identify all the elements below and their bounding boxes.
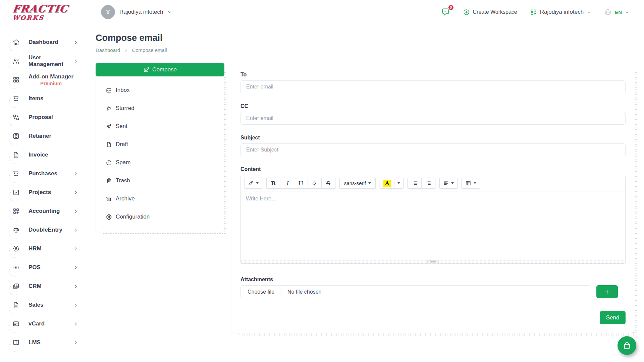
chevron-down-icon <box>587 10 591 14</box>
language-code: EN <box>615 9 622 15</box>
hrm-icon <box>12 245 20 252</box>
workspace-avatar <box>101 5 115 19</box>
sidebar-item-crm[interactable]: CRM <box>0 277 86 296</box>
sidebar-item-pos[interactable]: POS <box>0 258 86 277</box>
sidebar-item-dashboard[interactable]: Dashboard <box>0 33 86 52</box>
file-icon <box>106 141 112 148</box>
magic-wand-icon <box>248 180 254 186</box>
table-dropdown[interactable] <box>462 178 480 189</box>
language-selector[interactable]: EN <box>604 8 629 16</box>
style-magic-button[interactable] <box>244 178 262 189</box>
sidebar-item-add-on-manager[interactable]: Add-on ManagerPremium <box>0 70 86 89</box>
swap-icon <box>12 114 20 121</box>
file-status-text: No file chosen <box>281 289 321 295</box>
plus-circle-icon <box>463 9 470 16</box>
folder-item-configuration[interactable]: Configuration <box>106 208 224 226</box>
folder-item-inbox[interactable]: Inbox <box>106 81 224 99</box>
breadcrumb-current: Compose email <box>132 47 167 53</box>
folder-item-archive[interactable]: Archive <box>106 190 224 208</box>
numbered-list-icon: 1 2 <box>426 180 431 186</box>
scales-icon <box>12 226 20 234</box>
chevron-right-icon <box>73 209 78 214</box>
send-icon <box>106 123 112 130</box>
to-input[interactable] <box>240 80 626 93</box>
choose-file-button[interactable]: Choose file <box>241 286 281 298</box>
font-family-dropdown[interactable]: sans-serif <box>339 178 376 189</box>
clear-format-button[interactable] <box>308 178 322 189</box>
main-content: Compose email Dashboard Compose email Co… <box>96 24 634 333</box>
chevron-down-icon <box>625 10 629 14</box>
vcard-icon <box>12 320 20 327</box>
gear-icon <box>106 214 112 220</box>
subject-input[interactable] <box>240 143 626 156</box>
folder-item-spam[interactable]: Spam <box>106 154 224 172</box>
chevron-right-icon <box>73 284 78 289</box>
workspace-name: Rajodiya infotech <box>119 9 163 15</box>
unordered-list-button[interactable] <box>408 178 422 189</box>
font-color-button[interactable]: A <box>380 178 394 189</box>
chevron-right-icon <box>73 59 78 64</box>
sidebar-item-doubleentry[interactable]: DoubleEntry <box>0 221 86 239</box>
sidebar-item-lms[interactable]: LMS <box>0 333 86 352</box>
create-workspace-label: Create Workspace <box>473 9 517 15</box>
brand-logo[interactable]: FRACTIC WORKS <box>12 4 84 21</box>
send-button[interactable]: Send <box>600 311 626 324</box>
star-icon <box>106 105 112 112</box>
chevron-right-icon <box>73 340 78 345</box>
cc-label: CC <box>240 103 626 109</box>
workspace-dropdown[interactable]: Rajodiya infotech <box>530 9 591 16</box>
editor-content-area[interactable]: Write Here… <box>241 191 625 260</box>
sidebar-item-vcard[interactable]: vCard <box>0 314 86 333</box>
folder-item-trash[interactable]: Trash <box>106 172 224 190</box>
attachments-label: Attachments <box>240 277 626 283</box>
file-input[interactable]: Choose file No file chosen <box>240 285 590 298</box>
sidebar-item-invoice[interactable]: Invoice <box>0 145 86 164</box>
chevron-right-icon <box>73 228 78 233</box>
ordered-list-button[interactable]: 1 2 <box>421 178 435 189</box>
sidebar-item-sales[interactable]: Sales <box>0 296 86 314</box>
sidebar-item-proposal[interactable]: Proposal <box>0 108 86 127</box>
chevron-right-icon <box>73 265 78 270</box>
add-attachment-button[interactable]: + <box>596 285 618 298</box>
pos-icon <box>12 264 20 271</box>
cc-input[interactable] <box>240 112 626 125</box>
compose-button-label: Compose <box>152 66 177 73</box>
sidebar-item-items[interactable]: Items <box>0 89 86 108</box>
folder-item-draft[interactable]: Draft <box>106 135 224 154</box>
project-icon <box>12 189 20 196</box>
font-color-swatch: A <box>383 180 391 187</box>
floating-store-button[interactable] <box>618 336 636 355</box>
create-workspace-button[interactable]: Create Workspace <box>463 9 517 16</box>
premium-badge: Premium <box>40 80 62 86</box>
strikethrough-button[interactable]: S <box>321 178 335 189</box>
compose-button[interactable]: Compose <box>96 63 224 76</box>
editor-resize-bar[interactable] <box>241 260 625 263</box>
chevron-right-icon <box>124 48 128 52</box>
sidebar-item-user-management[interactable]: User Management <box>0 52 86 70</box>
sidebar-item-projects[interactable]: Projects <box>0 183 86 202</box>
bold-button[interactable]: B <box>266 178 280 189</box>
folder-item-starred[interactable]: Starred <box>106 99 224 117</box>
cart-icon <box>12 95 20 102</box>
globe-icon <box>604 8 612 16</box>
sidebar-item-purchases[interactable]: Purchases <box>0 164 86 183</box>
underline-button[interactable]: U <box>294 178 308 189</box>
workspace-switcher[interactable]: Rajodiya infotech <box>101 5 172 19</box>
folder-item-sent[interactable]: Sent <box>106 117 224 135</box>
chevron-right-icon <box>73 40 78 45</box>
top-header: FRACTIC WORKS Rajodiya infotech 0 Create… <box>0 0 644 24</box>
italic-button[interactable]: I <box>280 178 294 189</box>
sidebar-item-hrm[interactable]: HRM <box>0 239 86 258</box>
font-color-dropdown[interactable] <box>394 178 404 189</box>
users-icon <box>12 57 20 65</box>
paragraph-align-dropdown[interactable] <box>439 178 458 189</box>
resize-grip-icon <box>427 260 439 263</box>
chat-button[interactable]: 0 <box>441 8 450 17</box>
sidebar-item-accounting[interactable]: Accounting <box>0 202 86 221</box>
grid-plus-icon <box>12 207 20 215</box>
chevron-right-icon <box>73 303 78 308</box>
retainer-icon <box>12 132 20 140</box>
breadcrumb-dashboard-link[interactable]: Dashboard <box>96 47 120 53</box>
sidebar-item-retainer[interactable]: Retainer <box>0 127 86 145</box>
eraser-icon <box>312 180 318 186</box>
